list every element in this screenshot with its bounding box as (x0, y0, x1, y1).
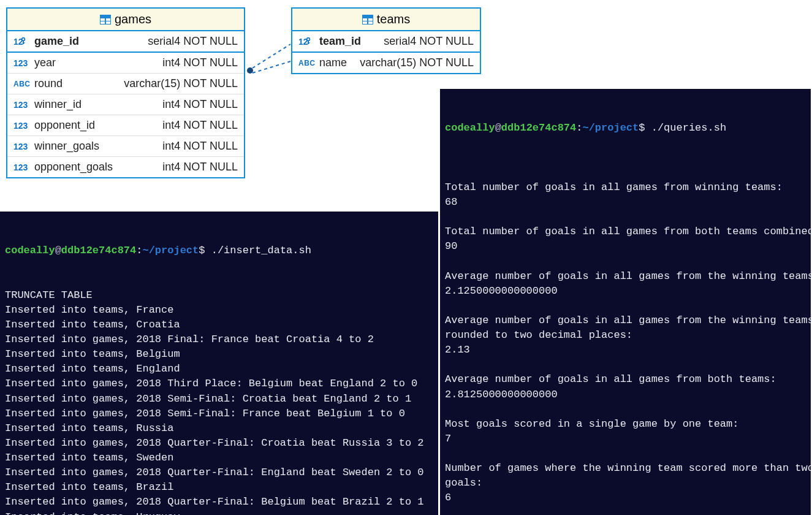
table-icon (100, 15, 111, 25)
text-type-icon: ABC (13, 80, 34, 88)
db-column-row: ABCnamevarchar(15) NOT NULL (292, 53, 480, 73)
db-column-name: round (34, 77, 124, 90)
terminal-line: Inserted into teams, Sweden (5, 451, 433, 465)
svg-rect-8 (23, 42, 25, 44)
terminal-line (445, 446, 806, 461)
db-column-row: ABCroundvarchar(15) NOT NULL (7, 74, 244, 94)
terminal-line: Inserted into teams, Croatia (5, 318, 433, 332)
terminal-command: ./insert_data.sh (211, 245, 311, 256)
terminal-prompt-line: codeally@ddb12e74c874:~/project$ ./queri… (445, 121, 806, 135)
db-column-name: winner_goals (34, 140, 162, 153)
db-table-name: teams (377, 12, 410, 26)
pk-numeric-type-icon: 12 (13, 37, 34, 47)
terminal-line: Number of games where the winning team s… (445, 461, 806, 476)
terminal-line: Inserted into teams, France (5, 303, 433, 318)
terminal-line: Average number of goals in all games fro… (445, 313, 806, 328)
prompt-host: ddb12e74c874 (501, 122, 576, 134)
terminal-line: Total number of goals in all games from … (445, 180, 806, 195)
db-column-name: year (34, 56, 162, 69)
terminal-line: Inserted into teams, Uruguay (5, 510, 433, 516)
terminal-line: Inserted into teams, Russia (5, 421, 433, 436)
terminal-line: goals: (445, 476, 806, 490)
pk-numeric-type-icon: 12 (298, 37, 319, 47)
terminal-line (445, 402, 806, 417)
numeric-type-icon: 123 (13, 100, 34, 110)
svg-point-14 (306, 37, 309, 40)
db-column-type: varchar(15) NOT NULL (124, 77, 238, 90)
terminal-line: 68 (445, 195, 806, 210)
svg-rect-3 (106, 18, 110, 21)
db-table-name: games (115, 12, 151, 26)
terminal-line: Inserted into teams, England (5, 362, 433, 376)
terminal-output: Total number of goals in all games from … (445, 166, 806, 515)
numeric-type-icon: 123 (13, 142, 34, 151)
relation-connector (244, 37, 294, 80)
db-column-type: int4 NOT NULL (162, 140, 238, 153)
svg-point-6 (21, 37, 25, 40)
terminal-line: Inserted into games, 2018 Final: France … (5, 332, 433, 347)
svg-rect-4 (101, 21, 105, 24)
text-type-icon: ABC (298, 59, 319, 67)
db-column-row: 123opponent_goalsint4 NOT NULL (7, 157, 244, 177)
db-table-games: games 12game_idserial4 NOT NULL123yearin… (6, 7, 245, 178)
db-table-header: games (7, 9, 244, 31)
terminal-line: 2.1250000000000000 (445, 284, 806, 299)
db-table-teams: teams 12team_idserial4 NOT NULLABCnameva… (291, 7, 481, 74)
terminal-line: 2.13 (445, 343, 806, 357)
svg-point-17 (247, 67, 253, 74)
db-column-row: 123winner_idint4 NOT NULL (7, 94, 244, 115)
numeric-type-icon: 123 (13, 162, 34, 172)
prompt-user: codeally (5, 245, 55, 256)
terminal-line: rounded to two decimal places: (445, 328, 806, 343)
prompt-dollar: $ (199, 245, 205, 256)
terminal-line: Inserted into games, 2018 Semi-Final: Fr… (5, 406, 433, 421)
prompt-host: ddb12e74c874 (61, 245, 136, 256)
db-table-columns: 12game_idserial4 NOT NULL123yearint4 NOT… (7, 31, 244, 177)
terminal-line: Inserted into teams, Belgium (5, 347, 433, 362)
terminal-queries: codeally@ddb12e74c874:~/project$ ./queri… (440, 89, 811, 515)
prompt-colon: : (136, 245, 142, 256)
prompt-at: @ (55, 245, 61, 256)
svg-rect-1 (100, 15, 111, 18)
terminal-line: 2.8125000000000000 (445, 387, 806, 402)
db-column-type: int4 NOT NULL (162, 119, 238, 132)
terminal-line (445, 299, 806, 313)
db-column-row: 123winner_goalsint4 NOT NULL (7, 136, 244, 157)
terminal-command: ./queries.sh (651, 122, 726, 134)
terminal-line: Inserted into games, 2018 Quarter-Final:… (5, 436, 433, 451)
numeric-type-icon: 123 (13, 58, 34, 68)
svg-rect-2 (101, 18, 105, 21)
db-column-row: 123yearint4 NOT NULL (7, 53, 244, 74)
terminal-line (445, 254, 806, 269)
prompt-path: ~/project (142, 245, 199, 256)
prompt-user: codeally (445, 122, 495, 134)
prompt-at: @ (495, 122, 501, 134)
db-column-type: serial4 NOT NULL (148, 35, 238, 48)
terminal-line: Inserted into games, 2018 Semi-Final: Cr… (5, 392, 433, 406)
table-icon (362, 15, 373, 25)
terminal-line: Most goals scored in a single game by on… (445, 417, 806, 432)
prompt-dollar: $ (639, 122, 645, 134)
terminal-line (445, 210, 806, 224)
db-column-name: opponent_id (34, 119, 162, 132)
db-column-name: name (319, 56, 360, 69)
terminal-line: Inserted into games, 2018 Quarter-Final:… (5, 465, 433, 480)
svg-line-19 (252, 61, 290, 73)
svg-rect-16 (308, 42, 309, 44)
db-column-name: winner_id (34, 98, 162, 111)
terminal-line (445, 506, 806, 516)
terminal-insert-data: codeally@ddb12e74c874:~/project$ ./inser… (0, 212, 438, 515)
db-column-type: serial4 NOT NULL (384, 35, 474, 48)
terminal-prompt-line: codeally@ddb12e74c874:~/project$ ./inser… (5, 243, 433, 258)
terminal-line: Inserted into teams, Brazil (5, 480, 433, 495)
svg-rect-10 (363, 18, 367, 21)
terminal-line: Total number of goals in all games from … (445, 224, 806, 239)
db-column-name: game_id (34, 35, 148, 48)
db-column-row: 12team_idserial4 NOT NULL (292, 31, 480, 53)
db-column-type: int4 NOT NULL (162, 56, 238, 69)
terminal-line (445, 357, 806, 372)
terminal-line: Inserted into games, 2018 Quarter-Final:… (5, 495, 433, 509)
terminal-line: 7 (445, 432, 806, 446)
db-column-type: varchar(15) NOT NULL (360, 56, 474, 69)
terminal-line: Average number of goals in all games fro… (445, 372, 806, 387)
